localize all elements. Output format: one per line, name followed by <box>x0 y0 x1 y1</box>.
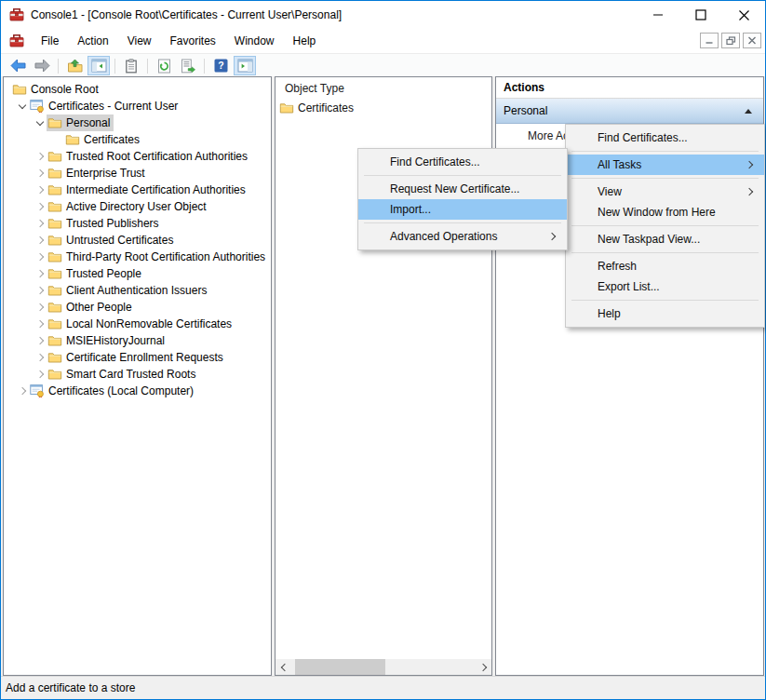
menu-file[interactable]: File <box>32 30 68 52</box>
menu-item-view[interactable]: View <box>566 182 764 202</box>
menu-item-refresh[interactable]: Refresh <box>566 256 764 276</box>
expander-collapsed-icon[interactable] <box>34 238 47 243</box>
expander-expanded-icon[interactable] <box>34 122 47 125</box>
child-close-button[interactable] <box>743 33 761 48</box>
tree-item-third-party-root-certification-authorities[interactable]: Third-Party Root Certification Authoriti… <box>4 249 271 265</box>
scrollbar-thumb[interactable] <box>295 659 385 675</box>
expander-collapsed-icon[interactable] <box>34 305 47 310</box>
tree-node[interactable]: Trusted Publishers <box>47 215 163 232</box>
menu-item-find-certificates[interactable]: Find Certificates... <box>358 152 567 172</box>
tree-item-other-people[interactable]: Other People <box>4 299 271 316</box>
tree-item-intermediate-certification-authorities[interactable]: Intermediate Certification Authorities <box>4 182 271 198</box>
child-minimize-button[interactable] <box>700 33 719 48</box>
menu-item-find-certificates[interactable]: Find Certificates... <box>566 128 764 148</box>
tree-node[interactable]: Personal <box>47 114 114 131</box>
tree-item-local-nonremovable-certificates[interactable]: Local NonRemovable Certificates <box>4 316 271 332</box>
tree-item-certificates-local-computer-[interactable]: Certificates (Local Computer) <box>4 383 271 399</box>
tree-node[interactable]: Enterprise Trust <box>47 165 149 182</box>
menu-view[interactable]: View <box>118 30 161 52</box>
menu-action[interactable]: Action <box>68 30 117 52</box>
scroll-left-button[interactable] <box>275 659 291 675</box>
show-action-pane-button[interactable] <box>234 56 256 75</box>
close-button[interactable] <box>722 1 765 29</box>
tree-item-personal[interactable]: Personal <box>4 114 271 131</box>
expander-collapsed-icon[interactable] <box>34 339 47 343</box>
tree-item-active-directory-user-object[interactable]: Active Directory User Object <box>4 198 271 215</box>
expander-collapsed-icon[interactable] <box>34 171 47 176</box>
expander-expanded-icon[interactable] <box>16 105 29 108</box>
tree-item-enterprise-trust[interactable]: Enterprise Trust <box>4 165 271 182</box>
expander-collapsed-icon[interactable] <box>34 205 47 209</box>
help-button[interactable]: ? <box>209 56 232 75</box>
menu-item-new-window-from-here[interactable]: New Window from Here <box>566 202 764 222</box>
tree-node[interactable]: Smart Card Trusted Roots <box>47 366 199 383</box>
tree-node[interactable]: Third-Party Root Certification Authoriti… <box>47 249 269 265</box>
tree-item-trusted-root-certification-authorities[interactable]: Trusted Root Certification Authorities <box>4 148 271 165</box>
tree-item-untrusted-certificates[interactable]: Untrusted Certificates <box>4 232 271 249</box>
horizontal-scrollbar[interactable] <box>275 659 491 675</box>
expander-collapsed-icon[interactable] <box>34 272 47 276</box>
tree-node[interactable]: Certificates (Local Computer) <box>29 383 197 399</box>
maximize-button[interactable] <box>679 1 722 29</box>
export-list-button[interactable] <box>177 56 199 75</box>
menu-item-request-new-certificate[interactable]: Request New Certificate... <box>358 179 567 199</box>
menu-favorites[interactable]: Favorites <box>161 30 225 52</box>
expander-collapsed-icon[interactable] <box>34 222 47 226</box>
menu-item-export-list[interactable]: Export List... <box>566 276 764 297</box>
properties-button[interactable] <box>120 56 142 75</box>
tree-node[interactable]: Console Root <box>11 81 102 98</box>
tree-node[interactable]: Trusted Root Certification Authorities <box>47 148 251 165</box>
tree-node[interactable]: Local NonRemovable Certificates <box>47 316 235 332</box>
tree-node[interactable]: Certificates <box>64 131 143 148</box>
menu-item-advanced-operations[interactable]: Advanced Operations <box>358 226 567 247</box>
scroll-right-button[interactable] <box>476 659 491 675</box>
tree-node[interactable]: Trusted People <box>47 265 145 282</box>
child-restore-button[interactable] <box>721 33 740 48</box>
expander-collapsed-icon[interactable] <box>34 372 47 377</box>
tree-item-trusted-people[interactable]: Trusted People <box>4 265 271 282</box>
menu-separator <box>571 300 759 301</box>
show-console-tree-button[interactable] <box>87 56 110 75</box>
back-arrow-button[interactable] <box>7 56 29 75</box>
forward-arrow-button[interactable] <box>31 56 53 75</box>
menu-item-import[interactable]: Import... <box>358 199 567 220</box>
menu-item-all-tasks[interactable]: All Tasks <box>566 155 764 175</box>
menu-help[interactable]: Help <box>284 30 326 52</box>
expander-collapsed-icon[interactable] <box>34 322 47 327</box>
tree-node[interactable]: Other People <box>47 299 136 316</box>
tree-node[interactable]: Intermediate Certification Authorities <box>47 182 249 198</box>
expander-collapsed-icon[interactable] <box>34 356 47 360</box>
minimize-button[interactable] <box>637 1 679 29</box>
list-item-certificates[interactable]: Certificates <box>275 100 491 116</box>
tree-node[interactable]: Client Authentication Issuers <box>47 282 210 299</box>
expander-collapsed-icon[interactable] <box>34 255 47 260</box>
tree-node[interactable]: Active Directory User Object <box>47 198 210 215</box>
up-one-level-button[interactable] <box>63 56 86 75</box>
tree-item-client-authentication-issuers[interactable]: Client Authentication Issuers <box>4 282 271 299</box>
menu-item-help[interactable]: Help <box>566 303 764 324</box>
expander-collapsed-icon[interactable] <box>16 389 29 394</box>
tree-item-certificates[interactable]: Certificates <box>4 131 271 148</box>
refresh-button[interactable] <box>153 56 175 75</box>
tree-node[interactable]: Certificates - Current User <box>29 98 181 114</box>
menu-item-new-taskpad-view[interactable]: New Taskpad View... <box>566 229 764 249</box>
expander-collapsed-icon[interactable] <box>34 289 47 293</box>
result-list: Certificates <box>275 100 491 116</box>
tree-item-certificate-enrollment-requests[interactable]: Certificate Enrollment Requests <box>4 349 271 366</box>
tree-node[interactable]: MSIEHistoryJournal <box>47 332 168 349</box>
console-tree: Console RootCertificates - Current UserP… <box>4 77 271 399</box>
expander-collapsed-icon[interactable] <box>34 188 47 193</box>
tree-node[interactable]: Untrusted Certificates <box>47 232 177 249</box>
column-header-object-type[interactable]: Object Type <box>275 77 491 100</box>
collapse-arrow-icon[interactable] <box>745 109 752 114</box>
tree-item-smart-card-trusted-roots[interactable]: Smart Card Trusted Roots <box>4 366 271 383</box>
tree-item-certificates-current-user[interactable]: Certificates - Current User <box>4 98 271 114</box>
expander-collapsed-icon[interactable] <box>34 155 47 159</box>
tree-node[interactable]: Certificate Enrollment Requests <box>47 349 227 366</box>
tree-item-msiehistoryjournal[interactable]: MSIEHistoryJournal <box>4 332 271 349</box>
actions-section-personal[interactable]: Personal <box>496 99 763 124</box>
menu-window[interactable]: Window <box>225 30 284 52</box>
tree-item-trusted-publishers[interactable]: Trusted Publishers <box>4 215 271 232</box>
tree-item-console-root[interactable]: Console Root <box>4 81 271 98</box>
tree-item-label: Untrusted Certificates <box>66 234 173 247</box>
